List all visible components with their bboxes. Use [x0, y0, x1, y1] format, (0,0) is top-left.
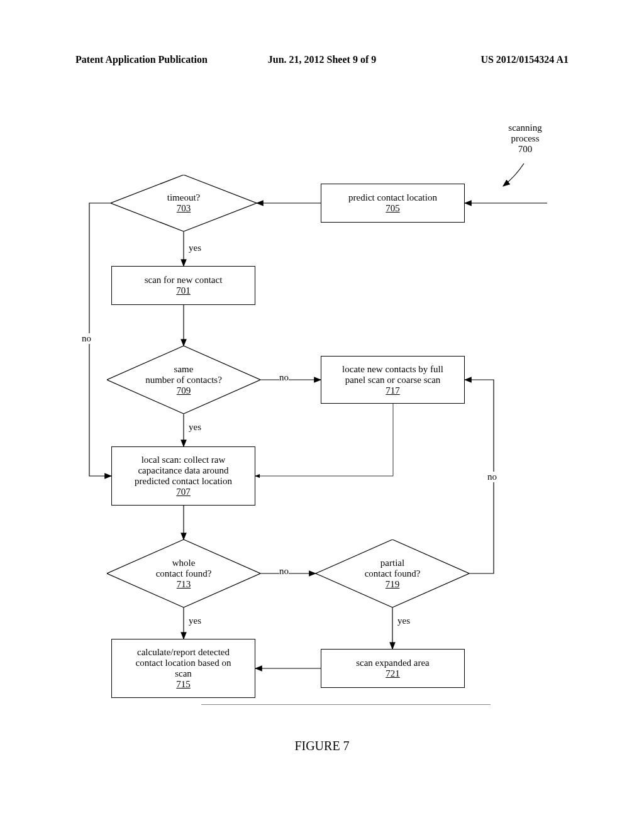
patent-figure-page: Patent Application Publication Jun. 21, …: [0, 0, 644, 830]
label-709-no: no: [279, 372, 289, 383]
label-719-yes: yes: [397, 616, 410, 626]
figure-caption: FIGURE 7: [0, 739, 644, 753]
label-713-yes: yes: [189, 616, 201, 626]
label-713-no: no: [279, 566, 289, 577]
flowchart-canvas: scanning process 700 predict contact loc…: [0, 0, 644, 830]
label-719-no: no: [487, 472, 497, 482]
label-703-no: no: [82, 333, 91, 344]
page-rule: [201, 704, 491, 705]
label-703-yes: yes: [189, 243, 201, 253]
label-709-yes: yes: [189, 422, 201, 433]
flowchart-connectors: [0, 0, 644, 830]
